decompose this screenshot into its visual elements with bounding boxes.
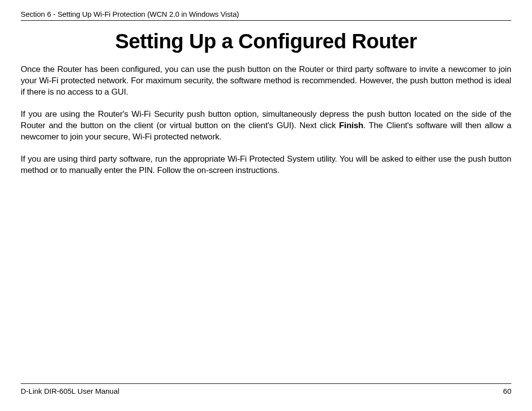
page-header: Section 6 - Setting Up Wi-Fi Protection …: [21, 10, 511, 21]
body-paragraph-3: If you are using third party software, r…: [21, 154, 511, 176]
section-header-text: Section 6 - Setting Up Wi-Fi Protection …: [21, 10, 511, 18]
footer-manual-name: D-Link DIR-605L User Manual: [21, 387, 119, 395]
footer-page-number: 60: [503, 387, 511, 395]
body-paragraph-2: If you are using the Router's Wi-Fi Secu…: [21, 109, 511, 143]
p2-bold-finish: Finish: [339, 121, 363, 130]
page-footer: D-Link DIR-605L User Manual 60: [21, 383, 511, 395]
page-title: Setting Up a Configured Router: [21, 30, 511, 53]
body-paragraph-1: Once the Router has been configured, you…: [21, 64, 511, 98]
